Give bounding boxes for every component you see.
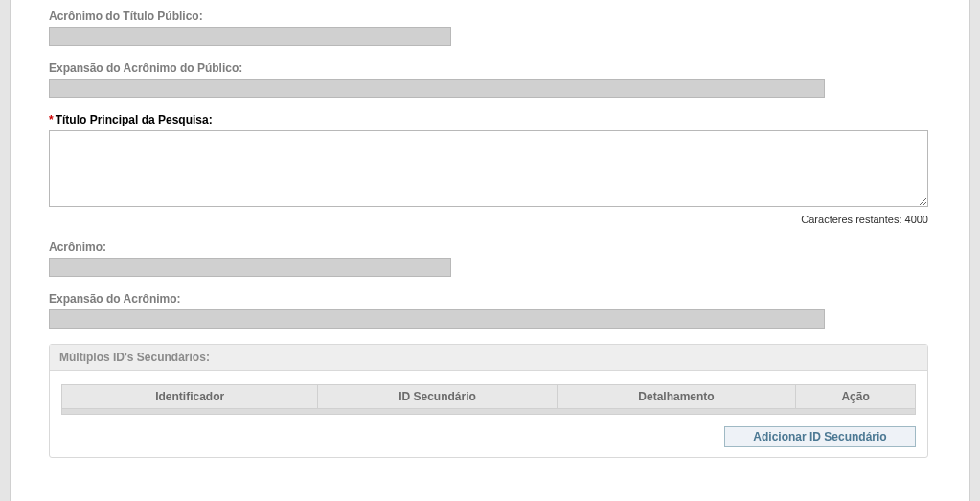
field-expansao-acronimo: Expansão do Acrônimo: bbox=[49, 292, 931, 329]
page-wrapper: Acrônimo do Título Público: Expansão do … bbox=[0, 0, 980, 501]
th-detalhamento: Detalhamento bbox=[557, 385, 795, 409]
textarea-titulo-principal-pesquisa[interactable] bbox=[49, 130, 928, 207]
input-expansao-acronimo[interactable] bbox=[49, 309, 825, 329]
input-expansao-acronimo-publico[interactable] bbox=[49, 79, 825, 98]
label-acronimo: Acrônimo: bbox=[49, 240, 931, 254]
action-row: Adicionar ID Secundário bbox=[61, 426, 916, 447]
field-expansao-acronimo-publico: Expansão do Acrônimo do Público: bbox=[49, 61, 931, 98]
label-acronimo-titulo-publico: Acrônimo do Título Público: bbox=[49, 10, 931, 23]
form-panel: Acrônimo do Título Público: Expansão do … bbox=[10, 0, 970, 501]
th-acao: Ação bbox=[796, 385, 916, 409]
table-ids-secundarios: Identificador ID Secundário Detalhamento… bbox=[61, 384, 916, 409]
field-titulo-principal-pesquisa: *Título Principal da Pesquisa: Caractere… bbox=[49, 113, 931, 225]
label-expansao-acronimo-publico: Expansão do Acrônimo do Público: bbox=[49, 61, 931, 75]
label-titulo-principal-pesquisa: *Título Principal da Pesquisa: bbox=[49, 113, 931, 126]
th-id-secundario: ID Secundário bbox=[318, 385, 557, 409]
panel-multiplos-ids-secundarios: Múltiplos ID's Secundários: Identificado… bbox=[49, 344, 928, 458]
char-counter-value: 4000 bbox=[905, 214, 928, 225]
label-titulo-principal-pesquisa-text: Título Principal da Pesquisa: bbox=[56, 113, 213, 126]
char-counter: Caracteres restantes: 4000 bbox=[49, 214, 928, 225]
table-header-row: Identificador ID Secundário Detalhamento… bbox=[62, 385, 916, 409]
input-acronimo[interactable] bbox=[49, 258, 451, 277]
add-secondary-id-button[interactable]: Adicionar ID Secundário bbox=[724, 426, 916, 447]
required-star-icon: * bbox=[49, 113, 54, 126]
table-footer-bar bbox=[61, 409, 916, 415]
panel-body: Identificador ID Secundário Detalhamento… bbox=[50, 371, 927, 457]
input-acronimo-titulo-publico[interactable] bbox=[49, 27, 451, 46]
panel-title: Múltiplos ID's Secundários: bbox=[50, 345, 927, 371]
label-expansao-acronimo: Expansão do Acrônimo: bbox=[49, 292, 931, 306]
char-counter-label: Caracteres restantes: bbox=[801, 214, 901, 225]
field-acronimo-titulo-publico: Acrônimo do Título Público: bbox=[49, 10, 931, 46]
field-acronimo: Acrônimo: bbox=[49, 240, 931, 277]
th-identificador: Identificador bbox=[62, 385, 318, 409]
